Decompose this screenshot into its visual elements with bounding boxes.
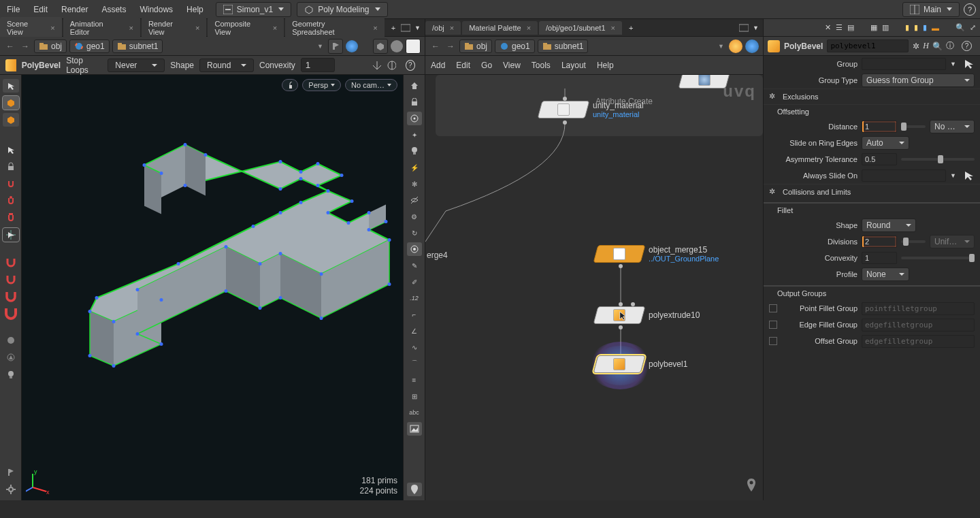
marker-icon[interactable] xyxy=(407,483,422,496)
divisions-field[interactable] xyxy=(862,236,897,248)
box-icon[interactable]: ▬ xyxy=(932,24,939,32)
path-subnet[interactable]: subnet1 xyxy=(112,39,163,53)
net-menu-add[interactable]: Add xyxy=(431,61,445,70)
frame-icon[interactable] xyxy=(407,112,422,125)
orient-icon[interactable] xyxy=(387,60,396,71)
slide-dropdown[interactable]: Auto xyxy=(862,136,909,150)
pointer-tool[interactable] xyxy=(3,143,19,157)
close-icon[interactable]: × xyxy=(129,24,133,32)
select-tool[interactable] xyxy=(3,79,19,93)
path-subnet[interactable]: subnet1 xyxy=(538,39,589,53)
fx-icon[interactable]: ✻ xyxy=(407,177,422,191)
group-menu-icon[interactable]: ▼ xyxy=(950,61,960,67)
home-icon[interactable] xyxy=(407,79,422,93)
always-slide-select-icon[interactable] xyxy=(964,170,975,181)
info-icon[interactable]: ⓘ xyxy=(946,40,954,52)
tab-geo-spread[interactable]: Geometry Spreadsheet× xyxy=(285,17,384,39)
tool-b-icon[interactable]: ∿ xyxy=(407,340,422,354)
tab-render-view[interactable]: Render View× xyxy=(142,17,207,39)
flash-icon[interactable]: ⚡ xyxy=(407,161,422,174)
square-icon[interactable] xyxy=(406,39,421,54)
reload-icon[interactable]: ↻ xyxy=(407,226,422,240)
image-icon[interactable]: ▮ xyxy=(923,23,927,32)
tab-composite[interactable]: Composite View× xyxy=(208,17,284,39)
hide-icon[interactable] xyxy=(407,193,422,207)
add-tab[interactable]: + xyxy=(623,22,638,34)
net-menu-view[interactable]: View xyxy=(503,61,521,70)
network-canvas[interactable]: uvq Attribute Create erge4 unity_materia… xyxy=(425,75,763,500)
nav-fwd[interactable]: → xyxy=(444,42,457,51)
path-chevron-icon[interactable]: ▼ xyxy=(716,43,726,50)
sticky-icon[interactable]: ▮ xyxy=(914,23,918,32)
exclusions-section[interactable]: ✲Exclusions xyxy=(764,88,980,104)
circle-icon[interactable] xyxy=(391,40,403,52)
node-input-dot[interactable] xyxy=(563,97,567,101)
efg-field[interactable] xyxy=(862,319,975,331)
node-polybevel[interactable]: polybevel1 xyxy=(595,355,687,373)
grid2-icon[interactable]: ▥ xyxy=(882,23,889,32)
tree-icon[interactable]: ☰ xyxy=(836,23,843,32)
viewport-canvas[interactable]: Persp No cam… 181 prims 224 points yx xyxy=(22,75,403,500)
light-tool[interactable] xyxy=(3,368,19,381)
zoom-icon[interactable]: ⤢ xyxy=(970,23,976,32)
path-geo1[interactable]: geo1 xyxy=(69,39,110,53)
group-type-dropdown[interactable]: Guess from Group xyxy=(862,74,975,87)
node-output-dot[interactable] xyxy=(563,120,567,125)
menu-edit[interactable]: Edit xyxy=(27,2,54,17)
gear-icon[interactable]: ✲ xyxy=(913,42,919,51)
asym-field[interactable] xyxy=(862,153,897,165)
cube-icon[interactable] xyxy=(373,39,388,54)
tool-icon[interactable]: ✕ xyxy=(825,23,831,32)
node-unity-material[interactable]: unity_material unity_material xyxy=(540,101,644,118)
convexity-field[interactable] xyxy=(301,58,335,72)
magnet1-tool[interactable] xyxy=(3,255,19,269)
nav-back[interactable]: ← xyxy=(4,42,16,51)
close-icon[interactable]: × xyxy=(611,24,615,32)
cube-tool[interactable] xyxy=(3,96,19,110)
path-geo1[interactable]: geo1 xyxy=(495,39,535,53)
follow-selection-icon[interactable] xyxy=(745,39,759,53)
cube2-tool[interactable] xyxy=(3,113,19,127)
path-obj[interactable]: obj xyxy=(34,39,67,53)
close-icon[interactable]: × xyxy=(450,24,454,32)
desktop-dropdown[interactable]: Main xyxy=(902,2,960,17)
node-output-dot[interactable] xyxy=(619,325,623,329)
sphere-arrow-tool[interactable] xyxy=(3,351,19,364)
image-icon[interactable] xyxy=(407,422,422,436)
op-name-field[interactable] xyxy=(827,39,909,52)
pfg-field[interactable] xyxy=(862,302,975,315)
fillet-convexity-field[interactable] xyxy=(862,252,897,264)
snap1-tool[interactable] xyxy=(3,177,19,191)
net-menu-go[interactable]: Go xyxy=(481,61,492,70)
numeric12-icon[interactable]: .12 xyxy=(407,291,422,305)
menu-render[interactable]: Render xyxy=(54,2,95,17)
abc-icon[interactable]: abc xyxy=(407,406,422,419)
fillet-convexity-slider[interactable] xyxy=(901,257,975,259)
tool-d-icon[interactable]: ≡ xyxy=(407,373,422,387)
lock-icon[interactable] xyxy=(282,79,298,91)
pfg-checkbox[interactable] xyxy=(769,304,777,312)
camera-nocam-pill[interactable]: No cam… xyxy=(345,79,397,91)
target-icon[interactable] xyxy=(407,242,422,256)
magnet3-tool[interactable] xyxy=(3,289,19,303)
stop-loops-dropdown[interactable]: Never xyxy=(108,59,165,72)
help-icon[interactable]: ? xyxy=(406,60,415,71)
help-icon[interactable]: ? xyxy=(962,41,972,51)
always-slide-field[interactable] xyxy=(862,169,946,182)
magnet2-tool[interactable] xyxy=(3,272,19,286)
bulb-icon[interactable] xyxy=(407,144,422,158)
tool-a-icon[interactable]: ⌐ xyxy=(407,308,422,321)
net-menu-tools[interactable]: Tools xyxy=(532,61,551,70)
node-object-merge[interactable]: object_merge15 ../OUT_GroundPlane xyxy=(595,245,719,263)
gear-bottom-icon[interactable] xyxy=(3,483,19,496)
lock-icon[interactable] xyxy=(407,95,422,109)
distance-scale-dropdown[interactable]: No Sca… xyxy=(930,120,975,133)
path-chevron-icon[interactable]: ▼ xyxy=(315,43,325,50)
efg-checkbox[interactable] xyxy=(769,321,777,329)
close-icon[interactable]: × xyxy=(195,24,199,32)
tab-scene-view[interactable]: Scene View× xyxy=(0,17,62,39)
distance-slider[interactable] xyxy=(901,125,926,128)
sphere1-tool[interactable] xyxy=(3,334,19,347)
follow-selection-icon[interactable] xyxy=(346,40,358,52)
flag-icon[interactable] xyxy=(328,39,343,54)
